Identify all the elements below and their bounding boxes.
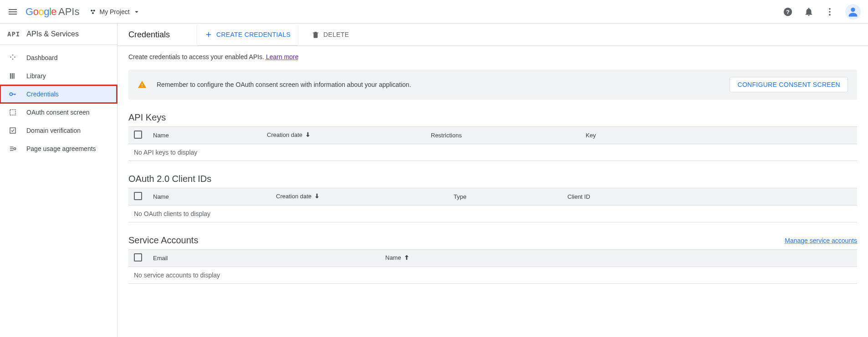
trash-icon xyxy=(311,30,320,39)
topbar-right: ? xyxy=(782,4,861,20)
svg-point-15 xyxy=(14,148,16,150)
api-badge: API xyxy=(7,30,20,38)
caret-down-icon xyxy=(133,8,141,16)
sidebar-item-dashboard[interactable]: Dashboard xyxy=(0,49,117,67)
notifications-icon[interactable] xyxy=(803,6,814,17)
delete-label: DELETE xyxy=(323,31,349,38)
project-picker[interactable]: My Project xyxy=(87,6,143,18)
sidebar-item-domain-verification[interactable]: Domain verification xyxy=(0,121,117,140)
nav: Dashboard Library Credentials OAuth cons… xyxy=(0,45,117,158)
layout: API APIs & Services Dashboard Library Cr… xyxy=(0,24,868,337)
service-accounts-empty: No service accounts to display xyxy=(128,267,857,284)
user-avatar[interactable] xyxy=(845,4,861,20)
library-icon xyxy=(8,71,17,80)
logo[interactable]: Google APIs xyxy=(26,6,79,18)
select-all-checkbox[interactable] xyxy=(134,131,142,139)
svg-point-5 xyxy=(829,8,831,10)
sidebar-item-label: Domain verification xyxy=(26,127,81,134)
svg-point-7 xyxy=(829,14,831,15)
sidebar-item-credentials[interactable]: Credentials xyxy=(0,85,117,103)
sidebar-item-label: Credentials xyxy=(26,91,59,98)
more-vert-icon[interactable] xyxy=(824,6,835,17)
api-keys-section: API Keys Name Creation date Restrictions… xyxy=(128,112,857,161)
svg-point-8 xyxy=(851,7,855,11)
alert-text: Remember to configure the OAuth consent … xyxy=(157,81,720,88)
svg-point-6 xyxy=(829,11,831,13)
create-credentials-button[interactable]: CREATE CREDENTIALS xyxy=(197,24,298,45)
sidebar: API APIs & Services Dashboard Library Cr… xyxy=(0,24,117,337)
svg-point-0 xyxy=(91,10,93,11)
intro-label: Create credentials to access your enable… xyxy=(128,53,266,60)
dashboard-icon xyxy=(8,53,17,62)
help-icon[interactable]: ? xyxy=(782,6,793,17)
consent-icon xyxy=(8,108,17,117)
api-keys-table: Name Creation date Restrictions Key No A… xyxy=(128,126,857,161)
plus-icon xyxy=(204,30,213,39)
hamburger-menu-icon[interactable] xyxy=(7,6,18,17)
oauth-title: OAuth 2.0 Client IDs xyxy=(128,174,857,184)
svg-point-1 xyxy=(93,10,95,11)
svg-point-2 xyxy=(92,12,94,14)
sidebar-item-label: Page usage agreements xyxy=(26,145,96,152)
project-name: My Project xyxy=(99,8,129,15)
verification-icon xyxy=(8,126,17,135)
col-name[interactable]: Name xyxy=(148,188,271,206)
manage-service-accounts-link[interactable]: Manage service accounts xyxy=(785,237,857,244)
svg-rect-10 xyxy=(12,73,13,79)
svg-point-12 xyxy=(10,93,12,96)
sidebar-item-label: Dashboard xyxy=(26,54,58,61)
select-all-checkbox[interactable] xyxy=(134,253,142,262)
learn-more-link[interactable]: Learn more xyxy=(266,53,299,60)
content: Create credentials to access your enable… xyxy=(117,46,868,304)
configure-consent-button[interactable]: CONFIGURE CONSENT SCREEN xyxy=(730,77,848,92)
service-accounts-table: Email Name No service accounts to displa… xyxy=(128,249,857,284)
sidebar-item-label: OAuth consent screen xyxy=(26,109,90,116)
sidebar-header: API APIs & Services xyxy=(0,24,117,45)
intro-text: Create credentials to access your enable… xyxy=(128,53,857,60)
top-bar: Google APIs My Project ? xyxy=(0,0,868,24)
page-title: Credentials xyxy=(128,30,170,40)
sidebar-item-oauth-consent[interactable]: OAuth consent screen xyxy=(0,103,117,121)
sidebar-item-page-usage[interactable]: Page usage agreements xyxy=(0,140,117,158)
page-header: Credentials CREATE CREDENTIALS DELETE xyxy=(117,24,868,46)
sidebar-title: APIs & Services xyxy=(26,30,79,38)
main: Credentials CREATE CREDENTIALS DELETE Cr… xyxy=(117,24,868,337)
sort-desc-icon xyxy=(304,131,311,140)
col-creation-date[interactable]: Creation date xyxy=(261,127,425,144)
sort-desc-icon xyxy=(313,192,321,201)
svg-rect-9 xyxy=(10,73,11,79)
oauth-section: OAuth 2.0 Client IDs Name Creation date … xyxy=(128,174,857,222)
api-keys-title: API Keys xyxy=(128,112,857,123)
select-all-checkbox[interactable] xyxy=(134,192,142,200)
svg-text:?: ? xyxy=(786,8,790,15)
svg-rect-13 xyxy=(10,110,15,115)
sidebar-item-library[interactable]: Library xyxy=(0,67,117,85)
col-type[interactable]: Type xyxy=(448,188,562,206)
api-keys-empty: No API keys to display xyxy=(128,144,857,161)
apis-label: APIs xyxy=(58,6,79,18)
sort-asc-icon xyxy=(403,254,410,262)
delete-button[interactable]: DELETE xyxy=(306,27,354,42)
service-accounts-section: Service Accounts Manage service accounts… xyxy=(128,235,857,284)
create-credentials-label: CREATE CREDENTIALS xyxy=(216,31,291,38)
key-icon xyxy=(8,90,17,99)
svg-rect-14 xyxy=(10,128,15,133)
col-name[interactable]: Name xyxy=(380,250,857,267)
svg-rect-11 xyxy=(14,73,15,79)
col-creation-date[interactable]: Creation date xyxy=(271,188,448,206)
col-key[interactable]: Key xyxy=(580,127,857,144)
oauth-table: Name Creation date Type Client ID No OAu… xyxy=(128,188,857,222)
agreements-icon xyxy=(8,144,17,153)
consent-alert: Remember to configure the OAuth consent … xyxy=(128,70,857,100)
col-name[interactable]: Name xyxy=(148,127,261,144)
google-logo: Google xyxy=(26,6,56,18)
col-restrictions[interactable]: Restrictions xyxy=(425,127,580,144)
project-dots-icon xyxy=(89,8,97,15)
oauth-empty: No OAuth clients to display xyxy=(128,206,857,222)
warning-icon xyxy=(138,80,147,89)
sidebar-item-label: Library xyxy=(26,72,46,80)
col-client-id[interactable]: Client ID xyxy=(562,188,857,206)
col-email[interactable]: Email xyxy=(148,250,380,267)
service-accounts-title: Service Accounts xyxy=(128,235,198,246)
